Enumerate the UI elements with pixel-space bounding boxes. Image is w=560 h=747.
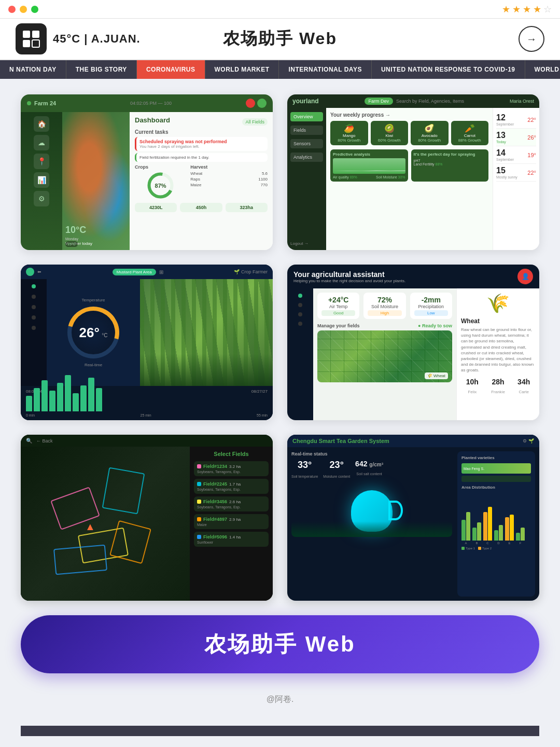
ticker-nation-day[interactable]: N NATION DAY <box>0 60 66 79</box>
field-id-4: Field#4897 <box>203 517 227 522</box>
map-icon[interactable]: 📍 <box>34 154 49 169</box>
cloud-icon[interactable]: ☁ <box>34 135 49 150</box>
field-map: 🌾 Wheat <box>317 330 452 382</box>
card-mustard: ⬅ Mustard Plant Area ⊞ 🌱 Crop Farmer T <box>21 265 273 420</box>
field-item-5[interactable]: Field#5096 1.4 ha Sunflower <box>194 532 269 547</box>
soil-rating: High <box>368 310 401 316</box>
farm-body: 🏠 ☁ 📍 📊 ⚙ Weather today 10°C Monday 15°C… <box>21 112 273 250</box>
nav-overview[interactable]: Overview <box>290 112 323 121</box>
precipitation-stat: -2mm Precipitation Low <box>410 293 452 319</box>
ticker-un-covid[interactable]: UNITED NATION RESPONSE TO COVID-19 <box>372 60 525 79</box>
bar-chart-mini <box>26 396 268 411</box>
dot-2 <box>32 295 36 299</box>
field-size-5: 1.4 ha <box>229 535 241 540</box>
star-2: ★ <box>512 4 521 15</box>
tea-body: Real-time status 33° Soil temperature 23… <box>287 447 539 601</box>
task-2: Field fertilization required in the 1 da… <box>135 153 268 162</box>
ticker-intl-days[interactable]: INTERNATIONAL DAYS <box>279 60 371 79</box>
analysis-title: Predictive analysis <box>333 152 405 157</box>
card-tea-garden: Chengdu Smart Tea Garden System ⚙ 🌱 Real… <box>287 435 539 601</box>
bar-9 <box>88 378 94 411</box>
logo-icon <box>16 23 47 54</box>
weather-temp: 10°C <box>65 225 86 236</box>
soil-moisture-stat: 72% Soil Moisture High <box>363 293 405 319</box>
nav-fields[interactable]: Fields <box>290 126 323 135</box>
temp-rating: Good <box>321 310 355 316</box>
mustard-topbar: ⬅ Mustard Plant Area ⊞ 🌱 Crop Farmer <box>21 265 273 279</box>
agri-numbers: 10h Felix 28h Frankie 34h Carte <box>461 378 535 395</box>
mustard-plant-photo <box>140 279 273 386</box>
ticker-world-market[interactable]: WORLD MARKET <box>205 60 279 79</box>
moisture-label: Moisture content <box>323 475 350 478</box>
felix-val: 10h <box>461 378 484 386</box>
carte-val: 34h <box>512 378 535 386</box>
date-15: 15 Mostly sunny 22° <box>496 164 536 182</box>
bottom-grid: 🔍 ← Back ▲ Select Fields <box>21 435 539 601</box>
cta-banner[interactable]: 农场助手 Web <box>21 615 539 673</box>
area-bar-chart: A B <box>461 493 531 545</box>
nav-analytics[interactable]: Analytics <box>290 153 323 162</box>
ticker-coronavirus[interactable]: CORONAVIRUS <box>137 60 205 79</box>
nav-arrow-button[interactable]: → <box>519 26 544 52</box>
maximize-button[interactable] <box>31 6 38 13</box>
yourland-right: 12 September 22° 13 Today 26° <box>493 108 539 250</box>
agri-stats: +24°C Air Temp Good 72% Soil Moisture Hi… <box>317 293 452 319</box>
field-label: Manage your fields <box>317 323 360 328</box>
predictive-analysis: Predictive analysis Air quality 89% Soil… <box>330 149 408 182</box>
main-content: Farm 24 04:02:05 PM — 100 🏠 ☁ 📍 📊 ⚙ <box>0 79 560 747</box>
logo-area: 45°C | A.JUAN. <box>16 23 141 54</box>
bar-2 <box>34 388 40 411</box>
crop-carrot: 🥕 Carrot 88% Growth <box>451 121 489 145</box>
tea-right-panel: Planted varieties Mao Feng S. Area Distr… <box>457 451 535 597</box>
area-dist-title: Area Distribution <box>461 485 531 490</box>
map-pin: ▲ <box>85 521 95 533</box>
field-item-4[interactable]: Field#4897 2.9 ha Maize <box>194 514 269 529</box>
field-crops-5: Sunflower <box>197 541 265 544</box>
arrow-icon: → <box>526 33 537 45</box>
progress-val: 87% <box>155 183 166 189</box>
gauge-unit: °C <box>102 333 107 338</box>
farm-header: Farm 24 04:02:05 PM — 100 <box>21 94 273 112</box>
card-farm-dashboard: Farm 24 04:02:05 PM — 100 🏠 ☁ 📍 📊 ⚙ <box>21 94 273 250</box>
field-item-2[interactable]: Field#2245 1.7 ha Soybeans, Tarragons, E… <box>194 479 269 494</box>
dot-5 <box>32 326 36 330</box>
card-fields-map: 🔍 ← Back ▲ Select Fields <box>21 435 273 601</box>
news-ticker: N NATION DAY THE BIG STORY CORONAVIRUS W… <box>0 60 560 79</box>
salt-label: Soil salt content <box>356 472 382 476</box>
field-id-2: Field#2245 <box>203 481 227 487</box>
agri-title: Your agricultural assistant <box>293 270 405 279</box>
agri-subtitle: Helping you to make the right decision a… <box>293 279 405 283</box>
field-size-1: 3.2 ha <box>229 464 241 469</box>
field-item-1[interactable]: Field#1234 3.2 ha Soybeans, Tarragons, E… <box>194 461 269 476</box>
cta-text: 农场助手 Web <box>204 632 356 656</box>
nav-sensors[interactable]: Sensors <box>290 139 323 148</box>
header: 45°C | A.JUAN. 农场助手 Web → <box>0 19 560 60</box>
fields-map-view: ▲ <box>21 447 190 601</box>
stat-liquid: 4230L <box>135 203 177 212</box>
svg-rect-2 <box>23 40 30 47</box>
carte-label: Carte <box>519 390 529 394</box>
settings-icon[interactable]: ⚙ <box>34 191 49 206</box>
frankie-stat: 28h Frankie <box>487 378 510 395</box>
analysis-row: Predictive analysis Air quality 89% Soil… <box>330 149 488 182</box>
frankie-val: 28h <box>487 378 510 386</box>
field-item-3[interactable]: Field#3456 2.6 ha Soybeans, Tarragons, E… <box>194 496 269 511</box>
home-icon[interactable]: 🏠 <box>34 116 49 132</box>
chart-icon[interactable]: 📊 <box>34 172 49 188</box>
soil-temp-val: 33° <box>298 460 312 470</box>
user-name: Maria Orest <box>510 99 534 104</box>
farm-map: Weather today 10°C Monday 15°C <box>62 112 130 250</box>
window-controls <box>8 6 38 13</box>
forecast-temp: 15°C <box>65 241 78 247</box>
tea-system-title: Chengdu Smart Tea Garden System <box>292 438 389 444</box>
star-1: ★ <box>502 4 510 15</box>
close-button[interactable] <box>8 6 16 13</box>
crop-kiwi: 🥝 Kiwi 60% Growth <box>371 121 409 145</box>
salt-unit: g/cm³ <box>369 462 383 467</box>
air-temp-val: +24°C <box>321 296 355 304</box>
ticker-world-2021[interactable]: WORLD 2021 <box>525 60 560 79</box>
agri-header: Your agricultural assistant Helping you … <box>287 265 539 288</box>
date-12: 12 September 22° <box>496 111 536 129</box>
minimize-button[interactable] <box>20 6 27 13</box>
ticker-big-story[interactable]: THE BIG STORY <box>66 60 137 79</box>
